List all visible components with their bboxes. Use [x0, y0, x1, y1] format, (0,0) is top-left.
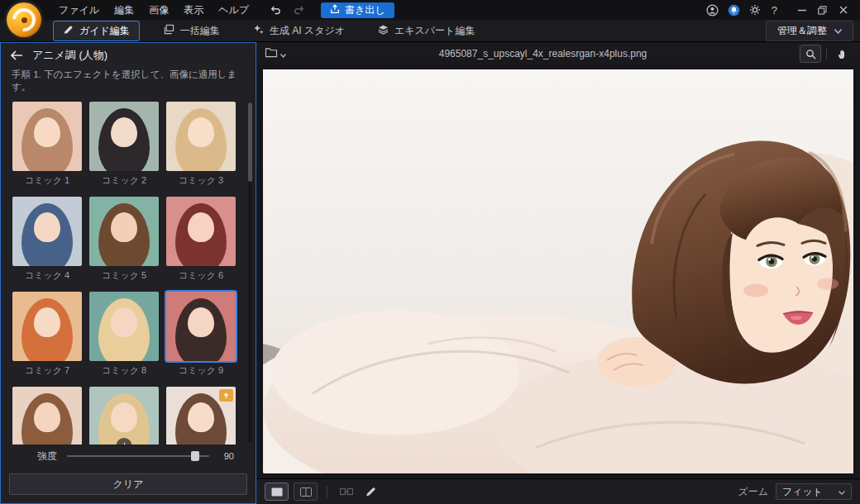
current-filename: 4965087_s_upscayl_4x_realesrgan-x4plus.p… — [286, 48, 800, 59]
sparkle-icon — [253, 24, 264, 37]
effect-preview-image — [89, 292, 159, 361]
effects-grid: コミック 1 コミック 2 コミック 3 コミック 4 — [1, 99, 256, 445]
zoom-level-dropdown[interactable]: フィット — [776, 483, 852, 500]
effect-label: コミック 8 — [89, 364, 159, 377]
strength-label: 強度 — [37, 449, 57, 464]
tab-ai-studio-label: 生成 AI スタジオ — [270, 24, 345, 38]
effect-label: コミック 7 — [12, 364, 82, 377]
restore-button[interactable] — [812, 1, 833, 19]
tab-ai-studio[interactable]: 生成 AI スタジオ — [244, 21, 354, 40]
tab-guide-edit[interactable]: ガイド編集 — [53, 21, 140, 41]
strength-slider-row: 強度 90 — [1, 445, 256, 468]
scrollbar-thumb[interactable] — [248, 102, 252, 182]
minimize-button[interactable] — [791, 1, 812, 19]
clear-button-row: クリア — [1, 468, 256, 503]
help-icon[interactable]: ? — [770, 4, 779, 17]
effect-thumbnail[interactable]: コミック 3 — [166, 102, 236, 187]
app-logo[interactable] — [7, 2, 41, 37]
effect-label: コミック 3 — [166, 174, 236, 187]
notifications-icon[interactable] — [728, 4, 740, 17]
compare-original-button[interactable] — [337, 487, 356, 497]
effect-thumbnail[interactable]: コミック 8 — [89, 292, 159, 377]
effect-label: コミック 4 — [12, 269, 82, 282]
photodirector-window: ファイル 編集 画像 表示 ヘルプ 書き出し — [0, 0, 860, 504]
menu-file[interactable]: ファイル — [51, 0, 107, 21]
effect-label: コミック 2 — [89, 174, 159, 187]
effect-thumbnail[interactable]: コミック 4 — [12, 197, 82, 282]
effect-thumbnail-selected[interactable]: コミック 9 — [166, 292, 236, 377]
redo-button[interactable] — [291, 2, 308, 17]
manage-adjust-button[interactable]: 管理＆調整 — [766, 21, 853, 41]
effect-thumbnail[interactable]: コミック 5 — [89, 197, 159, 282]
preview-image — [263, 69, 853, 473]
effect-preview-image — [12, 292, 82, 361]
stacked-photos-icon — [164, 24, 174, 37]
folder-menu-button[interactable] — [265, 46, 286, 61]
menu-edit[interactable]: 編集 — [107, 0, 141, 21]
divider — [327, 486, 327, 498]
brush-pen-button[interactable] — [361, 486, 380, 497]
divider — [826, 48, 827, 60]
module-tab-bar: ガイド編集 一括編集 生成 AI スタジオ エキスパート編集 管理＆調整 — [0, 20, 860, 42]
menu-bar: ファイル 編集 画像 表示 ヘルプ 書き出し — [0, 0, 860, 20]
effect-label: コミック 9 — [166, 364, 236, 377]
chevron-down-icon — [280, 46, 286, 61]
zoom-value: フィット — [782, 485, 823, 499]
zoom-tool-button[interactable] — [800, 45, 821, 63]
panel-title: アニメ調 (人物) — [32, 48, 108, 63]
chevron-down-icon — [838, 486, 845, 497]
tab-expert-edit[interactable]: エキスパート編集 — [369, 21, 484, 40]
effect-thumbnail[interactable] — [166, 387, 236, 445]
slider-handle[interactable] — [191, 451, 199, 461]
image-canvas[interactable] — [256, 65, 860, 478]
effect-thumbnail[interactable]: コミック 2 — [89, 102, 159, 187]
effect-thumbnail[interactable]: コミック 7 — [12, 292, 82, 377]
export-icon — [330, 4, 340, 17]
effect-preview-image — [12, 197, 82, 266]
export-label: 書き出し — [345, 3, 385, 17]
undo-button[interactable] — [268, 2, 284, 17]
tab-batch-edit-label: 一括編集 — [180, 24, 220, 38]
strength-slider[interactable] — [67, 455, 209, 457]
effect-preview-image — [166, 197, 236, 266]
settings-gear-icon[interactable] — [749, 4, 761, 16]
effects-panel: アニメ調 (人物) 手順 1. 下のエフェクトを選択して、画像に適用します。 コ… — [0, 42, 256, 504]
effect-thumbnail[interactable] — [12, 387, 82, 445]
effect-preview-image — [166, 102, 236, 171]
effect-preview-image — [89, 197, 159, 266]
tab-expert-edit-label: エキスパート編集 — [394, 24, 475, 38]
effect-preview-image — [166, 292, 236, 361]
chevron-down-icon — [834, 25, 842, 36]
menu-view[interactable]: 表示 — [176, 0, 211, 21]
effect-preview-image — [89, 102, 159, 171]
tab-guide-edit-label: ガイド編集 — [79, 24, 130, 38]
history-buttons — [268, 2, 308, 17]
effect-thumbnail[interactable]: コミック 1 — [12, 102, 82, 187]
account-icon[interactable] — [706, 4, 719, 17]
download-icon[interactable] — [117, 438, 132, 445]
split-view-button[interactable] — [294, 483, 318, 501]
pen-wrench-icon — [63, 24, 74, 37]
effects-scrollbar[interactable] — [248, 102, 252, 442]
clear-button[interactable]: クリア — [9, 473, 247, 495]
pan-hand-tool-button[interactable] — [832, 45, 852, 62]
effect-thumbnail[interactable] — [89, 387, 159, 445]
view-tools — [800, 45, 852, 63]
titlebar-icons: ? — [706, 1, 860, 19]
effect-thumbnail[interactable]: コミック 6 — [166, 197, 236, 282]
effect-preview-image — [166, 387, 236, 445]
close-button[interactable] — [833, 1, 853, 19]
strength-value: 90 — [219, 451, 234, 461]
export-button[interactable]: 書き出し — [321, 2, 394, 18]
zoom-controls: ズーム フィット — [738, 483, 852, 500]
panel-header: アニメ調 (人物) — [1, 43, 256, 68]
menu-image[interactable]: 画像 — [141, 0, 176, 21]
back-button[interactable] — [10, 50, 23, 60]
file-bar: 4965087_s_upscayl_4x_realesrgan-x4plus.p… — [256, 42, 860, 65]
single-view-button[interactable] — [265, 483, 289, 501]
tab-batch-edit[interactable]: 一括編集 — [155, 21, 229, 40]
manage-adjust-label: 管理＆調整 — [777, 24, 827, 38]
menu-help[interactable]: ヘルプ — [211, 0, 256, 21]
zoom-label: ズーム — [738, 485, 768, 499]
effect-label: コミック 1 — [12, 174, 82, 187]
